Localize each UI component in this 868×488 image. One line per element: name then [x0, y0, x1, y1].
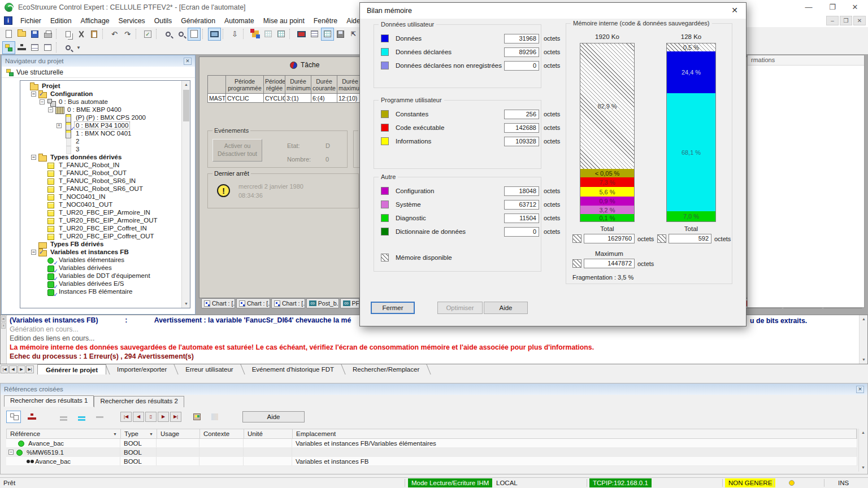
structural-view-icon[interactable]	[3, 42, 15, 54]
menu-g-n-ration[interactable]: Génération	[176, 17, 220, 25]
scroll-up-icon[interactable]: ▲	[859, 429, 867, 437]
zoom-dropdown-icon[interactable]: ▼	[75, 42, 82, 54]
tree-scrollbar[interactable]: ▲ ▼	[181, 81, 190, 308]
output-tab[interactable]: Importer/exporter	[109, 364, 175, 374]
output-tab[interactable]: Erreur utilisateur	[177, 364, 241, 374]
data-editor-icon[interactable]	[322, 28, 333, 40]
first-tab-icon[interactable]: |◀	[1, 365, 8, 373]
menu-services[interactable]: Services	[114, 17, 150, 25]
validate-icon[interactable]: ✓	[142, 28, 154, 40]
mdi-minimize-button[interactable]: –	[826, 16, 839, 25]
scroll-thumb[interactable]	[183, 90, 189, 121]
goto-icon[interactable]	[189, 411, 204, 423]
mdi-tab[interactable]: coPF	[340, 298, 359, 308]
scroll-up-icon[interactable]: ▲	[182, 81, 190, 89]
tab-search-results-2[interactable]: Rechercher des résultats 2	[94, 396, 184, 407]
tree-item[interactable]: Variables dérivées	[20, 264, 181, 272]
menu-fichier[interactable]: Fichier	[16, 17, 46, 25]
insert-animation-icon[interactable]: ⇱	[348, 28, 359, 40]
open-icon[interactable]	[16, 28, 28, 40]
tree-item[interactable]: Variables dérivées E/S	[20, 280, 181, 287]
dialog-close-icon[interactable]: ✕	[729, 6, 740, 16]
close-button[interactable]: ✕	[847, 2, 863, 12]
row-expander-icon[interactable]: −	[8, 450, 14, 455]
tree-expander-icon[interactable]: −	[40, 99, 45, 104]
column-header-rfrence[interactable]: Référence▼	[7, 429, 121, 438]
minimize-button[interactable]: —	[800, 2, 817, 12]
analyze-icon[interactable]	[162, 28, 174, 40]
table-row[interactable]: Avance_bacBOOLVariables et instances FB	[6, 457, 857, 466]
menu-fen-tre[interactable]: Fenêtre	[309, 17, 342, 25]
menu-automate[interactable]: Automate	[220, 17, 259, 25]
table-row[interactable]: −%MW6519.1BOOL	[6, 448, 857, 457]
tree-item[interactable]: 3	[20, 145, 181, 153]
first-result-icon[interactable]: |◀	[120, 412, 132, 422]
column-header-contexte[interactable]: Contexte	[200, 429, 244, 438]
tree-item[interactable]: (P) (P) : BMX CPS 2000	[20, 114, 181, 121]
mdi-tab[interactable]: Chart : [...	[271, 298, 305, 308]
new-icon[interactable]	[3, 28, 15, 40]
split-horizontal-icon[interactable]	[29, 42, 41, 54]
column-header-type[interactable]: Type▼	[121, 429, 157, 438]
mdi-tab[interactable]: Chart : [...	[201, 298, 235, 308]
undo-icon[interactable]: ↶	[108, 28, 120, 40]
menu-affichage[interactable]: Affichage	[76, 17, 114, 25]
scroll-down-icon[interactable]: ▼	[182, 300, 190, 308]
crossref-close-icon[interactable]: ✕	[856, 386, 864, 393]
zoom-icon[interactable]	[62, 42, 74, 54]
paste-icon[interactable]	[88, 28, 100, 40]
tree-item[interactable]: T_FANUC_Robot_SR6_OUT	[20, 185, 181, 193]
menu-edition[interactable]: Edition	[46, 17, 76, 25]
tree-item[interactable]: +0 : BMX P34 1000	[20, 121, 181, 129]
column-header-usage[interactable]: Usage	[157, 429, 200, 438]
tree-item[interactable]: Variables de DDT d'équipement	[20, 272, 181, 280]
activate-deactivate-button[interactable]: Activer ou Désactiver tout	[212, 139, 262, 162]
tree-item[interactable]: 2	[20, 137, 181, 145]
tree-expander-icon[interactable]: −	[31, 155, 36, 160]
tree-item[interactable]: −Types données dérivés	[20, 153, 181, 161]
output-tab[interactable]: Rechercher/Remplacer	[345, 364, 427, 374]
crossref-scrollbar[interactable]: ▲ ▼	[858, 429, 867, 472]
tree-item[interactable]: Projet	[20, 82, 181, 90]
split-vertical-icon[interactable]	[42, 42, 54, 54]
tab-search-results-1[interactable]: Rechercher des résultats 1	[4, 395, 94, 407]
output-pin-icon[interactable]: ›	[1, 323, 6, 329]
zoom-window-icon[interactable]	[188, 28, 200, 40]
save-icon[interactable]	[29, 28, 41, 40]
tree-expander-icon[interactable]: −	[31, 91, 36, 97]
tree-item[interactable]: T_NOC0401_OUT	[20, 201, 181, 208]
table-row[interactable]: Avance_bacBOOLVariables et instances FB/…	[6, 439, 857, 448]
column-header-emplacement[interactable]: Emplacement	[293, 429, 857, 438]
aide-button[interactable]: Aide	[484, 302, 528, 314]
last-tab-icon[interactable]: ▶|	[26, 365, 34, 373]
analyze-project-icon[interactable]	[175, 28, 187, 40]
tree-item[interactable]: T_UR20_FBC_EIP_Coffret_OUT	[20, 232, 181, 240]
scroll-up-icon[interactable]: ▲	[860, 315, 868, 323]
last-result-icon[interactable]: ▶|	[170, 412, 181, 422]
tree-item[interactable]: T_FANUC_Robot_IN	[20, 161, 181, 169]
transfer-icon[interactable]: ⇩	[229, 28, 241, 40]
aide-button[interactable]: Aide	[242, 411, 305, 422]
next-tab-icon[interactable]: ▶	[18, 365, 25, 373]
prev-result-icon[interactable]: ◀	[133, 412, 144, 422]
mdi-tab[interactable]: Chart : [...	[236, 298, 270, 308]
document-icon[interactable]: i	[4, 16, 12, 25]
mdi-close-button[interactable]: ✕	[853, 16, 866, 25]
output-scrollbar[interactable]: ▲ ▼	[859, 315, 867, 364]
tree-view-icon[interactable]	[6, 411, 21, 423]
screen-icon[interactable]	[209, 28, 220, 40]
output-tab[interactable]: Générer le projet	[37, 364, 106, 374]
redo-icon[interactable]: ↷	[121, 28, 133, 40]
next-result-icon[interactable]: ▶	[158, 412, 169, 422]
tree-item[interactable]: −Configuration	[20, 90, 181, 98]
output-tab[interactable]: Evénement d'historique FDT	[244, 364, 342, 374]
tree-item[interactable]: T_UR20_FBC_EIP_Armoire_IN	[20, 208, 181, 216]
output-close-icon[interactable]: ×	[1, 316, 6, 322]
current-result-icon[interactable]: ▯	[145, 412, 157, 422]
copy-icon[interactable]	[62, 28, 74, 40]
tree-item[interactable]: −0 : BME XBP 0400	[20, 106, 181, 114]
menu-outils[interactable]: Outils	[150, 17, 176, 25]
build-changes-icon[interactable]	[262, 28, 274, 40]
scroll-down-icon[interactable]: ▼	[859, 464, 867, 472]
tree-item[interactable]: T_UR20_FBC_EIP_Coffret_IN	[20, 224, 181, 232]
